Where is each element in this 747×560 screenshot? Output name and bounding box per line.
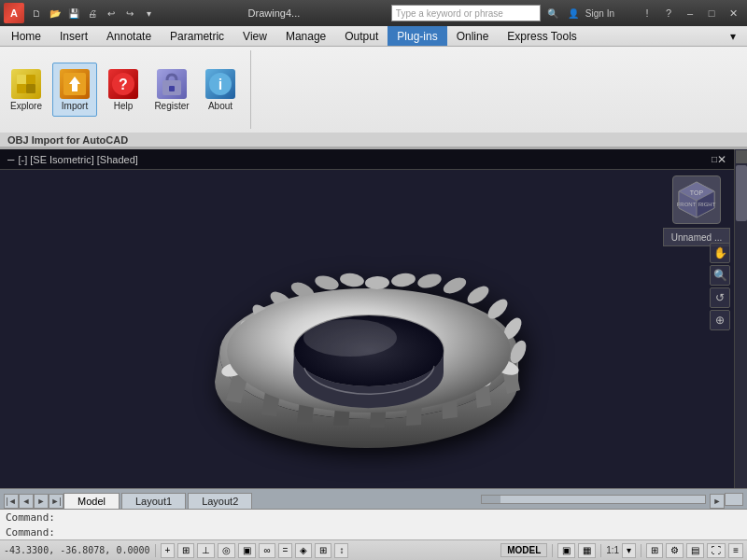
undo-button[interactable]: ↩ bbox=[103, 5, 120, 21]
save-button[interactable]: 💾 bbox=[65, 5, 82, 21]
help-button[interactable]: ? bbox=[658, 4, 679, 22]
viewport-display-btn[interactable]: ▣ bbox=[557, 543, 575, 558]
annotation-scale-btn[interactable]: ⊞ bbox=[646, 543, 663, 558]
gear-model bbox=[131, 190, 616, 489]
info-button[interactable]: ! bbox=[637, 4, 657, 22]
close-button[interactable]: ✕ bbox=[723, 4, 743, 22]
register-icon bbox=[157, 69, 187, 99]
fullscreen-btn[interactable]: ⛶ bbox=[707, 543, 726, 558]
menu-annotate[interactable]: Annotate bbox=[97, 26, 161, 46]
lineweight-toggle[interactable]: = bbox=[278, 543, 293, 558]
about-button[interactable]: i About bbox=[198, 63, 243, 117]
dyn-toggle[interactable]: ↕ bbox=[334, 543, 348, 558]
side-tools: ✋ 🔍 ↺ ⊕ bbox=[710, 243, 730, 330]
restore-button[interactable]: □ bbox=[701, 4, 722, 22]
viewport-controls: TOP RIGHT FRONT Unnamed ... bbox=[663, 175, 730, 246]
ribbon-group-plugins: Explore Import ? bbox=[4, 50, 251, 129]
grid-toggle[interactable]: ⊞ bbox=[177, 543, 194, 558]
minimize-button[interactable]: – bbox=[680, 4, 700, 22]
search-placeholder: Type a keyword or phrase bbox=[396, 8, 503, 19]
explore-button[interactable]: Explore bbox=[4, 63, 49, 117]
zoom-tool-btn[interactable]: 🔍 bbox=[710, 265, 730, 286]
panel-label-text: OBJ Import for AutoCAD bbox=[7, 134, 128, 146]
help-button[interactable]: ? Help bbox=[101, 63, 146, 117]
open-button[interactable]: 📂 bbox=[47, 5, 63, 21]
command-line-1: Command: bbox=[0, 510, 747, 525]
help-icon: ? bbox=[108, 69, 138, 99]
command-line-2[interactable]: Command: bbox=[0, 525, 747, 539]
transparency-toggle[interactable]: ◈ bbox=[295, 543, 312, 558]
menu-online[interactable]: Online bbox=[447, 26, 499, 46]
orbit-tool-btn[interactable]: ↺ bbox=[710, 287, 730, 308]
settings-btn[interactable]: ▤ bbox=[686, 543, 704, 558]
tab-nav-last[interactable]: ►| bbox=[49, 494, 63, 509]
new-button[interactable]: 🗋 bbox=[28, 5, 45, 21]
close-viewport-btn[interactable]: ✕ bbox=[717, 153, 726, 166]
horizontal-scrollbar[interactable] bbox=[481, 495, 706, 504]
sign-in-label: Sign In bbox=[585, 8, 614, 19]
menu-view[interactable]: View bbox=[233, 26, 276, 46]
more-button[interactable]: ▾ bbox=[140, 5, 157, 21]
tab-nav-next[interactable]: ► bbox=[34, 494, 49, 509]
register-button[interactable]: Register bbox=[149, 63, 194, 117]
scroll-up-btn[interactable] bbox=[736, 150, 747, 163]
ortho-toggle[interactable]: ⊥ bbox=[197, 543, 215, 558]
snap-toggle[interactable]: + bbox=[161, 543, 176, 558]
account-icon[interactable]: 👤 bbox=[565, 5, 582, 21]
view-cube[interactable]: TOP RIGHT FRONT bbox=[672, 175, 721, 224]
status-separator-1 bbox=[155, 544, 156, 557]
workspace-btn[interactable]: ⚙ bbox=[666, 543, 684, 558]
svg-text:TOP: TOP bbox=[690, 189, 704, 196]
menu-parametric[interactable]: Parametric bbox=[161, 26, 233, 46]
tab-nav-first[interactable]: |◄ bbox=[4, 494, 19, 509]
menu-home[interactable]: Home bbox=[2, 26, 50, 46]
vertical-scrollbar[interactable] bbox=[734, 149, 747, 488]
menu-insert[interactable]: Insert bbox=[50, 26, 97, 46]
tab-model[interactable]: Model bbox=[63, 493, 120, 509]
pan-tool-btn[interactable]: ✋ bbox=[710, 243, 730, 263]
minimize-viewport-btn[interactable]: – bbox=[7, 152, 14, 166]
menu-bar: Home Insert Annotate Parametric View Man… bbox=[0, 26, 747, 47]
search-icon[interactable]: 🔍 bbox=[544, 5, 561, 21]
h-scroll-thumb[interactable] bbox=[482, 496, 500, 503]
command-text-2: Command: bbox=[6, 526, 55, 539]
import-button[interactable]: Import bbox=[52, 63, 97, 117]
viewport-display-btn2[interactable]: ▦ bbox=[578, 543, 596, 558]
scale-btn[interactable]: ▾ bbox=[622, 543, 636, 558]
scroll-thumb[interactable] bbox=[736, 165, 747, 221]
redo-button[interactable]: ↪ bbox=[121, 5, 138, 21]
svg-rect-1 bbox=[26, 75, 35, 84]
osnap-toggle[interactable]: ▣ bbox=[238, 543, 256, 558]
print-button[interactable]: 🖨 bbox=[84, 5, 101, 21]
model-space-btn[interactable]: MODEL bbox=[500, 543, 547, 557]
nav-wheel-btn[interactable]: ⊕ bbox=[710, 310, 730, 330]
explore-label: Explore bbox=[10, 101, 42, 111]
customization-btn[interactable]: ≡ bbox=[728, 543, 743, 558]
viewport[interactable]: – [-] [SE Isometric] [Shaded] □ ✕ bbox=[0, 149, 747, 488]
window-controls: ! ? – □ ✕ bbox=[637, 4, 743, 22]
polar-toggle[interactable]: ◎ bbox=[218, 543, 235, 558]
tab-nav-prev[interactable]: ◄ bbox=[19, 494, 34, 509]
explore-icon bbox=[11, 69, 41, 99]
status-separator-2 bbox=[552, 544, 553, 557]
menu-plugins[interactable]: Plug-ins bbox=[388, 26, 446, 46]
otrack-toggle[interactable]: ∞ bbox=[259, 543, 275, 558]
menu-manage[interactable]: Manage bbox=[276, 26, 335, 46]
menu-express-tools[interactable]: Express Tools bbox=[498, 26, 585, 46]
menu-output[interactable]: Output bbox=[335, 26, 388, 46]
svg-rect-3 bbox=[26, 84, 35, 93]
viewport-title: [-] [SE Isometric] [Shaded] bbox=[18, 154, 137, 165]
svg-point-24 bbox=[464, 282, 491, 306]
tab-layout2[interactable]: Layout2 bbox=[188, 493, 252, 509]
coordinates-display: -43.3300, -36.8078, 0.0000 bbox=[4, 545, 150, 555]
title-bar: A 🗋 📂 💾 🖨 ↩ ↪ ▾ Drawing4... Type a keywo… bbox=[0, 0, 747, 26]
menu-extra[interactable]: ▾ bbox=[721, 26, 745, 46]
svg-point-29 bbox=[339, 272, 365, 287]
ribbon-group-items: Explore Import ? bbox=[4, 50, 243, 129]
tab-layout1[interactable]: Layout1 bbox=[121, 493, 186, 509]
search-box[interactable]: Type a keyword or phrase bbox=[391, 5, 541, 21]
selection-toggle[interactable]: ⊞ bbox=[315, 543, 331, 558]
panel-label: OBJ Import for AutoCAD bbox=[0, 133, 747, 147]
app-logo: A bbox=[4, 3, 24, 23]
scroll-right-btn[interactable]: ► bbox=[710, 494, 725, 509]
